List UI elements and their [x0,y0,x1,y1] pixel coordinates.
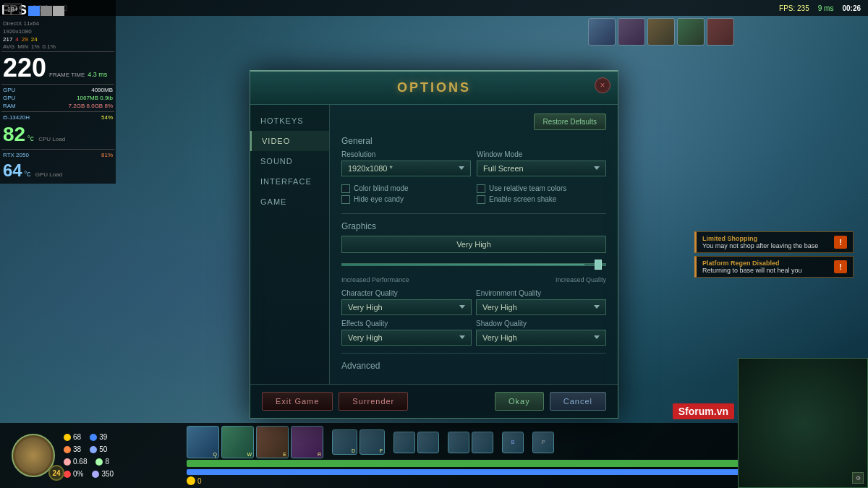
avatar-inner [15,437,51,474]
checkboxes-row: Color blind mode Hide eye candy Use rela… [341,182,606,206]
notif-1-icon: ! [834,236,847,249]
ability-val: 39 [99,433,107,441]
ability-b[interactable]: B [502,432,524,453]
ability-r[interactable]: R [291,426,323,458]
champion-portraits [588,18,734,46]
minimap-settings-icon[interactable]: ⚙ [852,472,864,484]
resolution-select[interactable]: 1920x1080 * [341,160,471,176]
stat-row-2: 38 50 [64,445,114,453]
gold-value: 0 [197,477,202,485]
ability-w-key: W [247,452,252,457]
gpu-label: GPU [3,87,15,93]
sidebar-item-hotkeys[interactable]: HOTKEYS [250,111,329,131]
char-quality-select[interactable]: Very High [341,299,472,315]
resolution-value: 1920x1080 * [348,164,393,173]
ability-d[interactable]: D [332,429,357,455]
sidebar-item-interface[interactable]: INTERFACE [250,171,329,192]
shadow-quality-label: Shadow Quality [476,320,606,328]
exit-game-button[interactable]: Exit Game [262,392,333,411]
graphics-preset: Very High [341,236,606,253]
notif-2: Platform Regen Disabled Returning to bas… [694,256,854,278]
b-key: B [511,440,515,445]
stat-resource: 350 [92,470,114,478]
notif-1-title: Limited Shopping [702,235,830,242]
color-blind-checkbox[interactable] [341,184,350,193]
fps-bar-seg-gray [41,6,52,16]
relative-colors-checkbox[interactable] [477,184,485,193]
ability-1[interactable] [393,432,415,453]
advanced-section-title: Advanced [341,361,606,371]
gpu2-label: GPU [3,95,15,101]
cpu-temp-row: 82 °c CPU Load [1,121,114,147]
notif-2-title: Platform Regen Disabled [702,260,830,267]
dialog-header: OPTIONS × [250,72,618,105]
ram-row: RAM 7.2GB 8.0GB 8% [1,102,114,110]
notif-1-text: Limited Shopping You may not shop after … [702,235,830,249]
restore-defaults-button[interactable]: Restore Defaults [534,114,606,130]
ability-w[interactable]: W [221,426,254,458]
effects-quality-select[interactable]: Very High [341,330,472,346]
ability-4[interactable] [472,432,493,453]
stat-magic-resist: 50 [90,445,107,453]
screen-shake-checkbox[interactable] [477,195,485,204]
shadow-quality: Shadow Quality Very High [476,320,606,346]
hide-eye-candy-checkbox[interactable] [341,195,350,204]
notif-2-text: Platform Regen Disabled Returning to bas… [702,260,830,274]
window-mode-select[interactable]: Full Screen [477,160,606,176]
gpu2-val: 1067MB 0.9tb [77,95,113,101]
sidebar-item-game[interactable]: GAME [250,192,329,212]
attack-val: 68 [73,433,81,441]
ability-e[interactable]: E [256,426,289,458]
notif-2-icon: ! [834,260,847,273]
character-quality: Character Quality Very High [341,289,472,315]
fps-bar-seg-light [53,6,64,16]
shadow-quality-value: Very High [482,333,517,342]
relative-colors-row: Use relative team colors [477,184,606,193]
sidebar-item-video[interactable]: VIDEO [250,131,329,151]
ability-q[interactable]: Q [187,426,219,458]
ability-3[interactable] [448,432,469,453]
stat-row-4: 0% 350 [64,470,114,478]
stat-armor: 38 [64,445,81,453]
gpu-temp-row: 64 °c GPU Load [1,159,114,182]
notifications-panel: Limited Shopping You may not shop after … [694,231,854,278]
minimap-controls: ⚙ [852,472,864,484]
checkboxes-right: Use relative team colors Enable screen s… [477,182,606,206]
slider-thumb[interactable] [595,260,602,270]
close-button[interactable]: × [595,77,610,93]
fps-resolution: 1920x1080 [1,27,114,35]
fps-pct1-label: 1% [31,43,40,50]
fps-overlay: FPS DirectX 11x64 1920x1080 217 4 29 24 … [0,0,116,184]
window-mode-field: Window Mode Full Screen [477,150,606,176]
window-mode-label: Window Mode [477,150,606,158]
env-quality-select[interactable]: Very High [476,299,606,315]
surrender-button[interactable]: Surrender [339,392,408,411]
char-quality-arrow [459,305,465,309]
char-quality-label: Character Quality [341,289,472,297]
minimap-inner: ⚙ [739,359,867,487]
fps-bar-seg-blue [28,6,40,16]
fps-pct01: 24 [31,36,38,43]
fps-stats: 217 4 29 24 [1,35,114,43]
window-mode-value: Full Screen [483,164,524,173]
minimap: ⚙ [738,358,868,488]
gpu-temp-val: 64 [3,160,22,180]
ability-f[interactable]: F [359,429,385,455]
ability-p[interactable]: P [532,432,554,453]
stat-ability: 39 [90,433,107,441]
cancel-button[interactable]: Cancel [550,392,606,411]
okay-button[interactable]: Okay [495,392,544,411]
ability-2[interactable] [417,432,439,453]
mr-val: 50 [99,445,107,453]
shadow-quality-select[interactable]: Very High [476,330,606,346]
stat-lifesteal: 0% [64,470,83,478]
sidebar-item-sound[interactable]: SOUND [250,151,329,171]
quality-slider[interactable] [341,257,606,272]
env-quality-value: Very High [482,303,517,312]
p-key: P [542,440,545,445]
stat-attack: 68 [64,433,81,441]
env-quality-label: Environment Quality [476,289,606,297]
ability-r-key: R [318,452,321,457]
notif-2-body: Returning to base will not heal you [702,267,830,274]
hud-top-right: FPS: 235 9 ms 00:26 [779,4,861,12]
